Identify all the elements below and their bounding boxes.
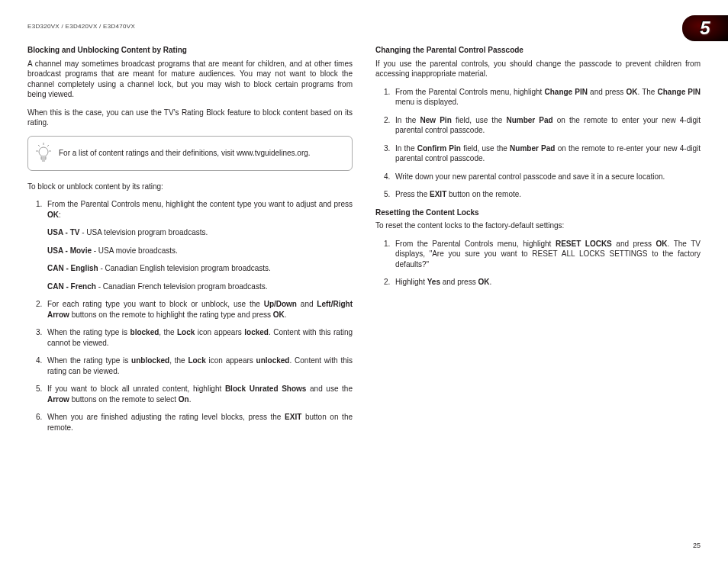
- exit-label: EXIT: [285, 413, 301, 421]
- steps-blocking: From the Parental Controls menu, highlig…: [44, 199, 353, 433]
- type-can-english: CAN - English - Canadian English televis…: [47, 263, 353, 274]
- para-passcode-intro: If you use the parental controls, you sh…: [375, 59, 701, 79]
- t: and: [297, 300, 317, 308]
- t: When the rating type is: [47, 356, 131, 365]
- t: Highlight: [395, 278, 427, 286]
- blocked-label: blocked: [130, 328, 159, 336]
- reset-locks-label: RESET LOCKS: [556, 240, 612, 248]
- t: and press: [588, 88, 627, 96]
- number-pad-label: Number Pad: [510, 144, 555, 153]
- t: menu is displayed.: [395, 98, 459, 106]
- left-column: Blocking and Unblocking Content by Ratin…: [27, 45, 353, 440]
- pstep-5: Press the EXIT button on the remote.: [392, 189, 701, 200]
- pstep-3: In the Confirm Pin field, use the Number…: [392, 143, 701, 164]
- steps-reset: From the Parental Controls menu, highlig…: [392, 239, 701, 288]
- change-pin-label: Change PIN: [544, 88, 587, 96]
- chapter-badge: 5: [682, 15, 728, 41]
- steps-passcode: From the Parental Controls menu, highlig…: [392, 87, 701, 200]
- t: , the: [159, 328, 177, 336]
- type-name: CAN - English: [47, 264, 98, 272]
- para-intro-1: A channel may sometimes broadcast progra…: [27, 59, 353, 100]
- change-pin-label: Change PIN: [658, 88, 701, 96]
- t: .: [285, 310, 287, 319]
- rstep-1: From the Parental Controls menu, highlig…: [392, 239, 701, 270]
- ok-label: OK: [478, 278, 489, 286]
- t: When the rating type is: [47, 328, 130, 336]
- t: buttons on the remote to select: [69, 395, 179, 404]
- svg-line-1: [38, 145, 40, 146]
- ok-label: OK: [626, 88, 637, 96]
- page: 5 E3D320VX / E3D420VX / E3D470VX Blockin…: [0, 0, 728, 563]
- confirm-pin-label: Confirm Pin: [417, 144, 461, 153]
- t: In the: [395, 144, 417, 153]
- t: field, use the: [452, 116, 507, 124]
- lock-label: Lock: [188, 356, 205, 365]
- heading-blocking: Blocking and Unblocking Content by Ratin…: [27, 45, 353, 56]
- step1-b: :: [59, 211, 61, 219]
- unblocked-label: unblocked: [131, 356, 169, 365]
- svg-point-5: [39, 147, 48, 156]
- yes-label: Yes: [427, 278, 440, 286]
- para-intro-2: When this is the case, you can use the T…: [27, 108, 353, 128]
- locked-label: locked: [244, 328, 269, 336]
- arrow-label: Arrow: [47, 395, 69, 404]
- t: and use the: [306, 384, 353, 393]
- step-2: For each rating type you want to block o…: [44, 299, 353, 320]
- step-5: If you want to block all unrated content…: [44, 384, 353, 404]
- unlocked-label: unlocked: [256, 356, 290, 365]
- t: field, use the: [461, 144, 510, 153]
- ok-label: OK: [273, 310, 285, 319]
- heading-changing-passcode: Changing the Parental Control Passcode: [375, 45, 701, 56]
- rstep-2: Highlight Yes and press OK.: [392, 277, 701, 288]
- t: and press: [440, 278, 478, 286]
- heading-reset-locks: Resetting the Content Locks: [375, 208, 701, 218]
- t: button on the remote.: [446, 190, 521, 198]
- type-desc: - USA movie broadcasts.: [92, 246, 178, 255]
- t: and press: [612, 240, 656, 248]
- type-name: CAN - French: [47, 282, 96, 291]
- t: For each rating type you want to block o…: [47, 300, 264, 308]
- ok-label: OK: [656, 240, 668, 248]
- pstep-1: From the Parental Controls menu, highlig…: [392, 87, 701, 108]
- model-line: E3D320VX / E3D420VX / E3D470VX: [27, 23, 701, 30]
- t: icon appears: [195, 328, 244, 336]
- tip-text: For a list of content ratings and their …: [59, 148, 311, 159]
- t: . The: [637, 88, 657, 96]
- t: From the Parental Controls menu, highlig…: [395, 240, 556, 248]
- t: .: [489, 278, 491, 286]
- t: .: [189, 395, 192, 404]
- number-pad-label: Number Pad: [506, 116, 552, 124]
- t: From the Parental Controls menu, highlig…: [395, 88, 544, 96]
- step-4: When the rating type is unblocked, the L…: [44, 355, 353, 376]
- type-desc: - Canadian French television program bro…: [96, 282, 268, 291]
- type-name: USA - TV: [47, 228, 79, 236]
- para-reset-intro: To reset the content locks to the factor…: [375, 220, 701, 231]
- t: In the: [395, 116, 420, 124]
- para-lead: To block or unblock content by its ratin…: [27, 182, 353, 192]
- columns: Blocking and Unblocking Content by Ratin…: [27, 45, 701, 440]
- ok-label: OK: [47, 211, 59, 219]
- content-types: USA - TV - USA television program broadc…: [47, 227, 353, 291]
- exit-label: EXIT: [430, 190, 446, 198]
- step-6: When you are finished adjusting the rati…: [44, 412, 353, 433]
- step-3: When the rating type is blocked, the Loc…: [44, 327, 353, 348]
- type-desc: - USA television program broadcasts.: [79, 228, 208, 236]
- type-desc: - Canadian English television program br…: [98, 264, 271, 272]
- type-usa-movie: USA - Movie - USA movie broadcasts.: [47, 246, 353, 256]
- lightbulb-icon: [36, 143, 51, 164]
- pstep-4: Write down your new parental control pas…: [392, 172, 701, 182]
- block-unrated-label: Block Unrated Shows: [225, 384, 307, 393]
- svg-line-2: [47, 145, 49, 146]
- new-pin-label: New Pin: [420, 116, 452, 124]
- type-usa-tv: USA - TV - USA television program broadc…: [47, 227, 353, 238]
- step-1: From the Parental Controls menu, highlig…: [44, 199, 353, 291]
- step1-a: From the Parental Controls menu, highlig…: [47, 200, 353, 208]
- t: icon appears: [206, 356, 256, 365]
- type-name: USA - Movie: [47, 246, 92, 255]
- t: buttons on the remote to highlight the r…: [69, 310, 273, 319]
- on-label: On: [179, 395, 189, 404]
- right-column: Changing the Parental Control Passcode I…: [375, 45, 701, 440]
- t: When you are finished adjusting the rati…: [47, 413, 285, 421]
- t: Press the: [395, 190, 430, 198]
- updown-label: Up/Down: [264, 300, 297, 308]
